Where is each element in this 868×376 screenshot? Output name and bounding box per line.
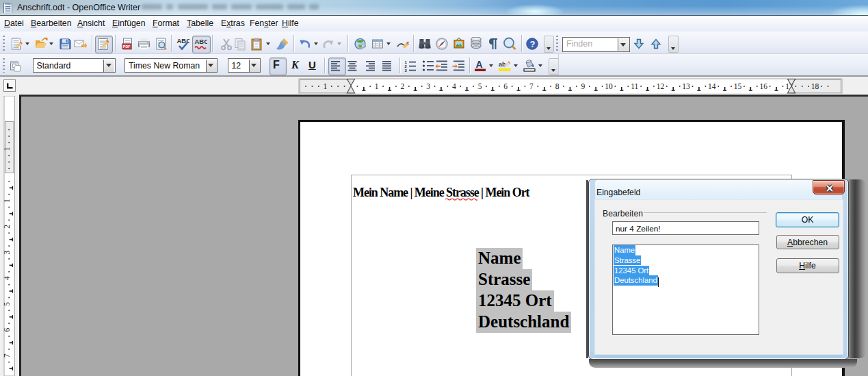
svg-text:14: 14 (708, 82, 716, 90)
svg-text:7: 7 (3, 353, 11, 358)
svg-text:8: 8 (555, 82, 560, 90)
svg-text:4: 4 (452, 82, 456, 90)
svg-text:4: 4 (3, 276, 11, 280)
svg-text:15: 15 (734, 82, 742, 90)
svg-text:3: 3 (426, 82, 430, 90)
svg-text:?: ? (530, 40, 536, 49)
svg-text:5: 5 (3, 302, 11, 306)
svg-text:PDF: PDF (123, 45, 131, 49)
svg-text:1: 1 (3, 147, 11, 151)
svg-text:10: 10 (605, 82, 613, 90)
svg-text:A: A (476, 59, 483, 70)
svg-text:3: 3 (405, 68, 408, 73)
svg-text:16: 16 (759, 82, 767, 90)
svg-text:2: 2 (3, 225, 11, 229)
svg-text:ABC: ABC (195, 38, 208, 45)
svg-text:7: 7 (529, 82, 534, 90)
svg-text:9: 9 (581, 82, 585, 90)
svg-text:6: 6 (3, 327, 11, 331)
svg-text:11: 11 (631, 82, 638, 90)
svg-text:13: 13 (682, 82, 690, 90)
svg-text:18: 18 (811, 82, 819, 90)
svg-text:3: 3 (3, 250, 11, 254)
svg-text:1: 1 (323, 82, 327, 90)
svg-text:12: 12 (657, 82, 665, 90)
svg-text:1: 1 (375, 82, 379, 90)
svg-text:2: 2 (401, 82, 405, 90)
svg-text:5: 5 (478, 82, 482, 90)
svg-text:6: 6 (503, 82, 508, 90)
svg-text:1: 1 (3, 199, 11, 203)
